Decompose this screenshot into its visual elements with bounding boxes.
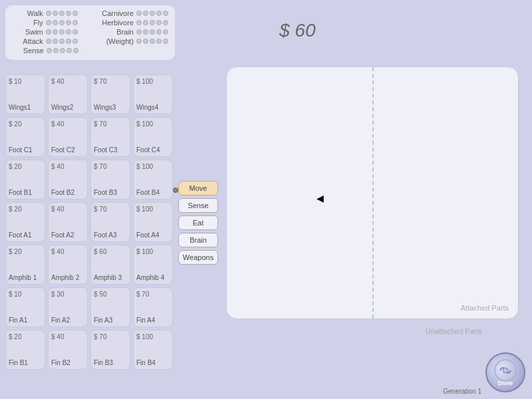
part-wings1[interactable]: $ 10 Wings1 xyxy=(5,74,45,114)
dot xyxy=(66,29,71,35)
category-brain-button[interactable]: Brain xyxy=(178,233,218,247)
dot xyxy=(150,20,155,25)
dot xyxy=(59,11,65,16)
stat-label-carnivore: Carnivore xyxy=(88,9,134,17)
category-eat-button[interactable]: Eat xyxy=(178,215,218,230)
parts-row-footb: $ 20 Foot B1 $ 40 Foot B2 $ 70 Foot B3 $… xyxy=(5,160,178,200)
part-footb2[interactable]: $ 40 Foot B2 xyxy=(48,160,88,200)
parts-row-wings: $ 10 Wings1 $ 40 Wings2 $ 70 Wings3 $ 10… xyxy=(5,74,178,114)
dot xyxy=(72,20,78,25)
dot xyxy=(46,39,51,44)
part-footc2[interactable]: $ 40 Foot C2 xyxy=(48,117,88,157)
main-canvas: Attached Parts xyxy=(226,66,519,319)
dot xyxy=(156,29,162,35)
dots-carnivore xyxy=(136,11,168,16)
dot xyxy=(136,29,142,35)
stats-panel: Walk Carnivore Fly Herbivore xyxy=(5,5,175,60)
dot xyxy=(150,39,155,44)
dot xyxy=(72,29,78,35)
part-fina2[interactable]: $ 30 Fin A2 xyxy=(48,287,88,327)
dot xyxy=(59,39,65,44)
price-display: $ 60 xyxy=(279,20,316,41)
part-foota3[interactable]: $ 70 Foot A3 xyxy=(90,202,130,242)
dot xyxy=(72,39,78,44)
attached-parts-label: Attached Parts xyxy=(461,304,509,312)
dot xyxy=(59,29,65,35)
dot xyxy=(53,20,58,25)
part-finb1[interactable]: $ 20 Fin B1 xyxy=(5,330,45,370)
parts-row-foota: $ 20 Foot A1 $ 40 Foot A2 $ 70 Foot A3 $… xyxy=(5,202,178,242)
part-amphib2[interactable]: $ 40 Amphib 2 xyxy=(48,245,88,285)
part-footb3[interactable]: $ 70 Foot B3 xyxy=(90,160,130,200)
category-weapons-button[interactable]: Weapons xyxy=(178,250,218,265)
dot xyxy=(156,39,162,44)
part-wings2[interactable]: $ 40 Wings2 xyxy=(48,74,88,114)
stat-label-swim: Swim xyxy=(12,28,43,36)
part-footb4[interactable]: $ 100 Foot B4 xyxy=(133,160,173,200)
dot xyxy=(72,11,78,16)
part-footc1[interactable]: $ 20 Foot C1 xyxy=(5,117,45,157)
part-footc4[interactable]: $ 100 Foot C4 xyxy=(133,117,173,157)
dot xyxy=(156,20,162,25)
part-foota4[interactable]: $ 100 Foot A4 xyxy=(133,202,173,242)
stat-row-fly: Fly Herbivore xyxy=(12,19,168,27)
dot xyxy=(163,11,168,16)
dots-swim xyxy=(46,29,78,35)
done-label: Done xyxy=(498,380,513,386)
part-wings4[interactable]: $ 100 Wings4 xyxy=(133,74,173,114)
part-amphib1[interactable]: $ 20 Amphib 1 xyxy=(5,245,45,285)
dots-walk xyxy=(46,11,78,16)
stat-row-swim: Swim Brain xyxy=(12,28,168,36)
dot xyxy=(143,29,148,35)
dot xyxy=(156,11,162,16)
part-fina4[interactable]: $ 70 Fin A4 xyxy=(133,287,173,327)
part-fina1[interactable]: $ 10 Fin A1 xyxy=(5,287,45,327)
done-button[interactable]: Done xyxy=(485,352,525,392)
part-amphib4[interactable]: $ 100 Amphib 4 xyxy=(133,245,173,285)
category-sense-button[interactable]: Sense xyxy=(178,198,218,213)
dot xyxy=(53,11,58,16)
dot xyxy=(143,20,148,25)
dots-attack xyxy=(46,39,78,44)
unattached-parts-label: Unattached Parts xyxy=(426,327,482,335)
stat-row-attack: Attack (Weight) xyxy=(12,37,168,45)
part-fina3[interactable]: $ 50 Fin A3 xyxy=(90,287,130,327)
dot xyxy=(66,11,71,16)
parts-row-footc: $ 20 Foot C1 $ 40 Foot C2 $ 70 Foot C3 $… xyxy=(5,117,178,157)
dot xyxy=(66,39,71,44)
part-finb4[interactable]: $ 100 Fin B4 xyxy=(133,330,173,370)
dot xyxy=(163,20,168,25)
category-move-button[interactable]: Move xyxy=(178,181,218,196)
dot xyxy=(59,20,65,25)
part-finb3[interactable]: $ 70 Fin B3 xyxy=(90,330,130,370)
parts-row-fina: $ 10 Fin A1 $ 30 Fin A2 $ 50 Fin A3 $ 70… xyxy=(5,287,178,327)
stat-label-walk: Walk xyxy=(12,9,43,17)
connector-dot xyxy=(173,188,178,193)
part-finb2[interactable]: $ 40 Fin B2 xyxy=(48,330,88,370)
stat-row-walk: Walk Carnivore xyxy=(12,9,168,17)
svg-point-1 xyxy=(503,368,508,373)
stat-label-fly: Fly xyxy=(12,19,43,27)
dot xyxy=(150,29,155,35)
part-foota1[interactable]: $ 20 Foot A1 xyxy=(5,202,45,242)
dot xyxy=(163,39,168,44)
dot xyxy=(46,11,51,16)
part-foota2[interactable]: $ 40 Foot A2 xyxy=(48,202,88,242)
stat-label-sense: Sense xyxy=(12,47,44,55)
part-footb1[interactable]: $ 20 Foot B1 xyxy=(5,160,45,200)
part-wings3[interactable]: $ 70 Wings3 xyxy=(90,74,130,114)
dot xyxy=(47,48,52,53)
dot xyxy=(163,29,168,35)
dots-herbivore xyxy=(136,20,168,25)
dot xyxy=(53,39,58,44)
dot xyxy=(46,29,51,35)
dots-brain xyxy=(136,29,168,35)
dot xyxy=(136,20,142,25)
parts-row-finb: $ 20 Fin B1 $ 40 Fin B2 $ 70 Fin B3 $ 10… xyxy=(5,330,178,370)
dot xyxy=(150,11,155,16)
part-footc3[interactable]: $ 70 Foot C3 xyxy=(90,117,130,157)
part-amphib3[interactable]: $ 60 Amphib 3 xyxy=(90,245,130,285)
stat-row-sense: Sense xyxy=(12,47,168,55)
dot xyxy=(143,11,148,16)
dots-fly xyxy=(46,20,78,25)
